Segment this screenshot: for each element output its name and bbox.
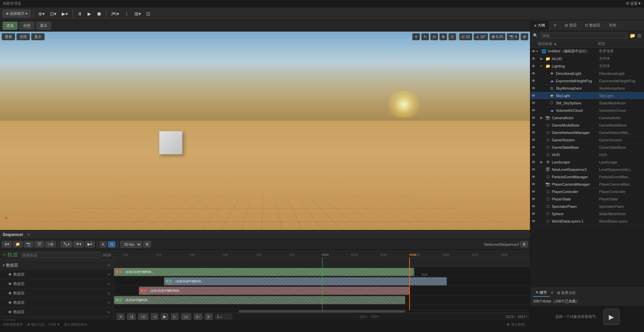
seq-view-btn[interactable]: 👁▾ xyxy=(73,241,84,247)
add-btn[interactable]: ⊕▾ xyxy=(36,10,47,17)
clip-1[interactable]: 激活 （在前/后浪中随时间... xyxy=(114,268,414,276)
vis-btn-hud[interactable]: 👁 xyxy=(532,152,536,157)
seq-tools-btn[interactable]: 🔧▾ xyxy=(61,241,72,247)
tab-world-partition[interactable]: ⊞ 世界分区 xyxy=(554,289,579,297)
loop-input[interactable] xyxy=(215,314,232,319)
track-item-add-2[interactable]: ＋ xyxy=(106,281,111,287)
track-item-5[interactable]: 👁 数据层 ＋ xyxy=(0,307,114,317)
outliner-item-spectator[interactable]: 👁 ◻ SpectatorPawn SpectatorPawn xyxy=(530,203,644,210)
perspective-btn[interactable]: 透视 xyxy=(3,22,17,30)
seq-render-btn[interactable]: 🎬 xyxy=(35,241,44,247)
outliner-item-gamesession[interactable]: 👁 ◻ GameSession GameSession xyxy=(530,136,644,144)
outliner-item-playercam[interactable]: 👁 📷 PlayerCameraManager PlayerCameraMan.… xyxy=(530,181,644,188)
scale-btn[interactable]: ⊠ 0.25 xyxy=(489,33,505,40)
misc-btn-3[interactable]: ⊡ xyxy=(144,10,152,17)
vis-btn-fog[interactable]: 👁 xyxy=(532,79,536,83)
rotate-tool-btn[interactable]: ↻ xyxy=(421,33,429,40)
maximize-btn[interactable]: ⊞ xyxy=(521,33,528,40)
seq-step-back-btn[interactable]: ◁| xyxy=(127,314,136,320)
pause-btn[interactable]: ⏸ xyxy=(75,10,84,17)
seq-key-nav-btn[interactable]: K xyxy=(100,241,107,247)
large-play-btn[interactable]: ▶ xyxy=(603,309,620,325)
expand-landscape[interactable]: ▶ xyxy=(540,160,545,164)
seq-create-btn[interactable]: ⊕▾ xyxy=(2,241,12,247)
vis-btn-gamemode[interactable]: 👁 xyxy=(532,123,536,128)
output-log-label[interactable]: ★ 输出日志 xyxy=(27,322,45,327)
fps-selector[interactable]: 30 fps 24 fps 60 fps xyxy=(120,241,142,248)
cmd-label[interactable]: Cmd ▼ xyxy=(49,323,60,326)
track-item-add-1[interactable]: ＋ xyxy=(106,272,111,278)
playhead[interactable]: 0039 xyxy=(409,258,410,310)
detail-close-btn[interactable]: ✕ xyxy=(550,289,554,297)
name-col-header[interactable]: 项目标签 ▲ xyxy=(538,41,598,46)
clip-3[interactable]: 激活 （在前/后浪中随时间加... xyxy=(139,287,409,295)
seq-options-btn[interactable]: ⊞ xyxy=(143,241,151,247)
seq-keys-btn[interactable]: ◇⊕ xyxy=(45,241,56,247)
vis-btn-hlod[interactable]: 👁 xyxy=(532,56,536,61)
vis-btn-playerctrl[interactable]: 👁 xyxy=(532,189,536,194)
outliner-item-skyatmosphere[interactable]: 👁 ◎ SkyAtmosphere SkyAtmosphere xyxy=(530,85,644,92)
outliner-item-directionallight[interactable]: 👁 ☀ DirectionalLight DirectionalLight xyxy=(530,70,644,77)
vis-btn-camera[interactable]: 👁 xyxy=(532,115,536,120)
vis-btn-skyatmo[interactable]: 👁 xyxy=(532,86,536,91)
mode-select-btn[interactable]: ⊕ 选择模式 ▾ xyxy=(3,10,31,17)
settings-button[interactable]: ⚙ 设置▼ xyxy=(626,1,641,6)
vis-btn-untitled[interactable]: 👁 xyxy=(532,49,536,54)
play-mode-btn[interactable]: ▶▾ xyxy=(60,10,70,17)
outliner-item-gamemode[interactable]: 👁 ◻ GameModeBase GameModeBase xyxy=(530,122,644,129)
misc-btn-2[interactable]: ⊞▾ xyxy=(132,10,143,17)
track-group-header[interactable]: ▾ 数据层 ＋ xyxy=(0,260,114,270)
tab-data[interactable]: ⊡ 数据层 xyxy=(581,21,605,30)
expand-hlod[interactable]: ▶ xyxy=(540,57,545,60)
seq-prev-key-btn[interactable]: ◁◇ xyxy=(138,314,148,320)
vis-btn-volumetric[interactable]: 👁 xyxy=(532,108,536,113)
misc-btn-1[interactable]: ⋮ xyxy=(122,10,131,17)
track-search-input[interactable] xyxy=(20,252,101,258)
vis-btn-playercam[interactable]: 👁 xyxy=(532,182,536,187)
perspective-overlay-btn[interactable]: 透视 xyxy=(2,33,15,40)
select-mode-btn[interactable]: ⊡▾ xyxy=(48,10,58,17)
outliner-item-fog[interactable]: 👁 ☁ ExponentialHeightFog ExponentialHeig… xyxy=(530,77,644,85)
track-item-2[interactable]: 👁 数据层 ＋ xyxy=(0,279,114,289)
seq-play-end-btn[interactable]: ⊳ xyxy=(205,314,213,320)
vis-btn-lighting[interactable]: 👁 xyxy=(532,64,536,68)
outliner-item-skylight[interactable]: 👁 ★ SkyLight SkyLight xyxy=(530,92,644,99)
seq-fwd-btn[interactable]: ▷ xyxy=(171,314,178,320)
timeline-scroll-thumb[interactable] xyxy=(239,310,405,313)
seq-camera-btn[interactable]: 📷 xyxy=(24,241,33,247)
outliner-item-hud[interactable]: 👁 ◻ HUD HUD xyxy=(530,151,644,158)
spawn-label[interactable]: ▶ 派生数据... xyxy=(507,322,527,327)
seq-n-btn[interactable]: N xyxy=(108,241,115,247)
tab-close[interactable]: 关闭 xyxy=(605,21,621,30)
tab-layers[interactable]: ⊞ 图层 xyxy=(561,21,581,30)
expand-untitled[interactable]: ▾ xyxy=(536,49,541,53)
vis-btn-gamesession[interactable]: 👁 xyxy=(532,138,536,142)
stop-btn[interactable]: ⏹ xyxy=(95,10,103,17)
outliner-item-camera[interactable]: 👁 ▶ 📷 CameraActor CameraActor xyxy=(530,114,644,122)
vis-btn-skylight[interactable]: 👁 xyxy=(532,93,536,98)
show-overlay-btn[interactable]: 显示 xyxy=(31,33,45,40)
seq-play-start-btn[interactable]: ⊲ xyxy=(117,314,124,320)
tab-detail[interactable]: ✎ 细节 xyxy=(533,289,550,297)
outliner-item-lighting[interactable]: 👁 ▾ 📁 Lighting 文件夹 xyxy=(530,62,644,70)
track-item-3[interactable]: 👁 数据层 ＋ xyxy=(0,289,114,298)
expand-camera[interactable]: ▶ xyxy=(540,116,545,120)
vis-btn-playerstate[interactable]: 👁 xyxy=(532,197,536,201)
vis-btn-skysphere[interactable]: 👁 xyxy=(532,101,536,105)
vis-btn-worlddata[interactable]: 👁 xyxy=(532,219,536,224)
move-tool-btn[interactable]: ✛ xyxy=(412,33,420,40)
viewport[interactable]: Z X 透视 光照 显示 ✛ ↻ ⊡ ⊞ ⊡ ⊡ 10 ∠ 10° ⊠ 0.25… xyxy=(0,32,530,230)
vis-btn-gamenetwork[interactable]: 👁 xyxy=(532,130,536,135)
angle-btn[interactable]: ∠ 10° xyxy=(474,33,488,40)
add-to-group-btn[interactable]: ＋ xyxy=(106,262,111,268)
vis-btn-dirlight[interactable]: 👁 xyxy=(532,71,536,76)
outliner-item-particle[interactable]: 👁 ◻ ParticleEventManager ParticleEventMa… xyxy=(530,173,644,181)
gamepad-btn[interactable]: 🎮▾ xyxy=(109,10,121,17)
track-item-add-5[interactable]: ＋ xyxy=(106,309,111,315)
camera-speed-btn[interactable]: 📷 4 xyxy=(507,33,519,40)
vis-btn-gamestate[interactable]: 👁 xyxy=(532,145,536,150)
clip-2[interactable]: 激活 （在前/后浪中随时间... xyxy=(164,277,447,285)
track-item-add-4[interactable]: ＋ xyxy=(106,300,111,306)
outliner-item-gamenetwork[interactable]: 👁 ◻ GameNetworkManager GameNetworkMa... xyxy=(530,129,644,136)
vis-btn-sphere[interactable]: 👁 xyxy=(532,211,536,216)
